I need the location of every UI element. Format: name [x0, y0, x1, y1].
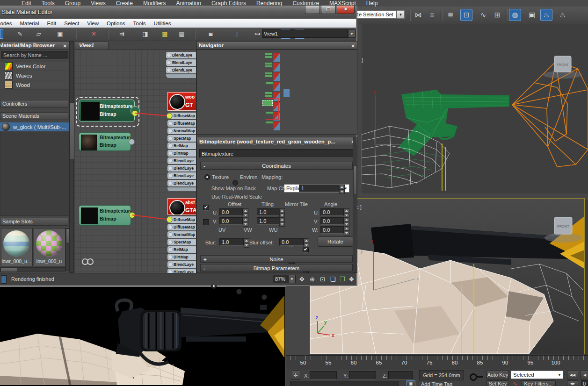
map-item-vertex-color[interactable]: Vertex Color: [0, 62, 69, 71]
show-background-icon[interactable]: ▩: [160, 29, 170, 39]
move-children-icon[interactable]: ⇉: [117, 29, 127, 39]
rotate-button[interactable]: Rotate: [318, 236, 353, 247]
node-slot[interactable]: DiffuseMap: [167, 216, 196, 223]
node-slot[interactable]: NormalMap: [167, 231, 196, 238]
hide-unused-nodeslots-icon[interactable]: ◨: [140, 29, 150, 39]
curve-editor-icon[interactable]: ∿: [477, 9, 489, 21]
v-tiling-field[interactable]: 1.0: [257, 217, 279, 225]
zoom-extents-icon[interactable]: ❏: [328, 275, 337, 284]
u-offset-field[interactable]: 0.0: [219, 208, 243, 216]
browser-close-icon[interactable]: ✕: [63, 42, 67, 50]
active-view-combo[interactable]: View1: [262, 29, 348, 38]
selection-set-dropdown[interactable]: Selected: [511, 371, 563, 379]
node-slot[interactable]: SpecMap: [167, 135, 196, 142]
section-controllers[interactable]: Controllers: [0, 100, 68, 108]
show-grid-icon[interactable]: ▦: [177, 29, 187, 39]
delete-selected-icon[interactable]: ✕: [89, 29, 99, 39]
v-angle-spinner[interactable]: [344, 217, 349, 225]
main-menu-item[interactable]: Help: [366, 0, 378, 7]
search-input[interactable]: Search by Name ...: [1, 51, 68, 59]
v-angle-field[interactable]: 0.0: [320, 217, 344, 225]
scene-explorer-icon[interactable]: ⊡: [460, 9, 472, 21]
section-scene-materials[interactable]: Scene Materials: [0, 112, 68, 120]
viewport-label-tail[interactable]: ]: [362, 57, 363, 63]
sample-slots-hscrollbar[interactable]: [0, 267, 65, 272]
y-coordinate-field[interactable]: [349, 371, 376, 379]
section-sample-slots[interactable]: Sample Slots: [0, 218, 68, 226]
zoom-dropdown-button[interactable]: ▼: [288, 275, 296, 283]
region-zoom-icon[interactable]: ⊡: [318, 275, 327, 284]
slate-menu-item[interactable]: Options: [107, 21, 125, 26]
zoom-icon[interactable]: ⊕: [308, 275, 317, 284]
vw-radio[interactable]: [236, 289, 242, 294]
current-frame-field[interactable]: 0: [581, 380, 588, 386]
pan-all-icon[interactable]: ✥: [347, 275, 356, 284]
slate-menu-item[interactable]: View: [87, 21, 99, 26]
map-channel-field[interactable]: 1: [299, 185, 339, 192]
node-slot[interactable]: DiffuseMap: [167, 113, 196, 119]
node-slot[interactable]: BlendLaye: [166, 67, 196, 73]
u-tiling-field[interactable]: 1.0: [257, 208, 279, 216]
viewport-rendered-camera[interactable]: [0, 286, 286, 386]
map-channel-spinner[interactable]: [339, 185, 345, 192]
z-coordinate-field[interactable]: [388, 371, 413, 379]
rollout-bitmap-parameters[interactable]: -Bitmap Parameters: [200, 264, 353, 272]
key-mode-button[interactable]: ◀▶: [567, 380, 578, 386]
node-slot[interactable]: DirtMap: [167, 254, 196, 260]
blur-offset-field[interactable]: 0.0: [279, 238, 304, 246]
node-slot[interactable]: RefMap: [167, 246, 196, 253]
w-angle-spinner[interactable]: [344, 226, 349, 234]
node-slot[interactable]: BlendLaye: [167, 261, 196, 268]
minimize-button[interactable]: –: [305, 6, 320, 14]
active-view-dropdown-button[interactable]: ▼: [348, 29, 356, 38]
browser-vscrollbar[interactable]: [69, 41, 74, 273]
eyedropper-icon[interactable]: ✎: [15, 29, 25, 39]
selection-set-dropdown-button[interactable]: ▼: [397, 10, 405, 19]
sample-slot-2[interactable]: lowr_000_u: [34, 228, 65, 266]
sample-slot-1[interactable]: lowr_000_u...: [1, 228, 33, 266]
clipped-toolbar-icon[interactable]: [0, 29, 3, 39]
render-setup-icon[interactable]: ◍: [509, 9, 521, 21]
layout-all-icon[interactable]: ⊶: [253, 29, 262, 39]
slate-menu-item[interactable]: Utilities: [153, 21, 171, 26]
node-graph-canvas[interactable]: BlendLayeBlendLayeBlendLaye woo GT Diffu…: [74, 50, 196, 279]
navigator-header[interactable]: Navigator ✕: [196, 41, 357, 50]
wu-radio[interactable]: [261, 294, 267, 300]
maximize-button[interactable]: ▢: [321, 6, 336, 14]
navigator-selected-node[interactable]: [262, 100, 273, 106]
node-slot[interactable]: RefMap: [167, 143, 196, 149]
u-tiling-spinner[interactable]: [279, 208, 285, 216]
node-slot[interactable]: BlendLaye: [167, 172, 196, 179]
tab-view1[interactable]: View1: [75, 41, 109, 50]
mirror-icon[interactable]: ⋈: [412, 9, 424, 21]
show-map-on-back-checkbox[interactable]: [203, 205, 209, 211]
w-angle-field[interactable]: 0.0: [320, 226, 344, 234]
texture-radio[interactable]: [204, 174, 210, 180]
u-offset-spinner[interactable]: [243, 208, 248, 216]
scene-material-w-glock[interactable]: w_glock ( Multi/Sub-...: [0, 122, 69, 132]
node-slot[interactable]: BlendLaye: [166, 52, 196, 58]
bitmap-node-selected[interactable]: Bitmaptexture Bitmap: [79, 100, 135, 122]
key-filters-button[interactable]: Key Filters...: [521, 380, 556, 386]
named-selection-set-combo[interactable]: Create Selection Set: [352, 10, 397, 19]
v-offset-field[interactable]: 0.0: [219, 217, 243, 225]
manage-layers-icon[interactable]: ≣: [444, 9, 457, 21]
blur-spinner[interactable]: [244, 238, 249, 246]
previous-frame-button[interactable]: ◀: [580, 370, 588, 379]
navigator-close-icon[interactable]: ✕: [351, 42, 355, 50]
assign-material-to-selection-icon[interactable]: ▣: [55, 29, 65, 39]
zoom-value-field[interactable]: 87%: [273, 275, 288, 283]
add-time-tag[interactable]: Add Time Tag: [421, 381, 452, 386]
render-iterative-icon[interactable]: ♨: [557, 9, 569, 21]
viewport-top-wireframe[interactable]: ] z: [362, 24, 588, 193]
material-id-channel-icon[interactable]: ◙: [206, 29, 216, 39]
u-angle-field[interactable]: 0.0: [320, 208, 344, 216]
v-tiling-spinner[interactable]: [279, 217, 285, 225]
set-key-button[interactable]: Set Key: [486, 380, 509, 386]
auto-key-button[interactable]: Auto Key: [486, 370, 509, 379]
binoculars-icon[interactable]: [82, 258, 92, 266]
browser-header[interactable]: Material/Map Browser ✕: [0, 41, 69, 50]
rollout-coordinates[interactable]: -Coordinates: [200, 162, 353, 170]
timeline-ruler[interactable]: 50556065707580859095100: [286, 355, 588, 369]
map-item-wood[interactable]: Wood: [0, 80, 69, 90]
